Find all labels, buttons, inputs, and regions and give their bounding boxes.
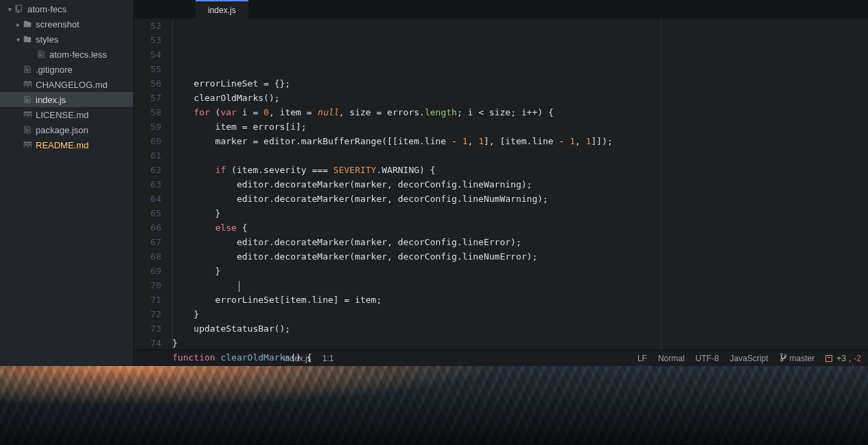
code-line[interactable]: editor.decorateMarker(marker, decorConfi… xyxy=(172,235,868,249)
line-number[interactable]: 62 xyxy=(142,163,161,177)
line-number[interactable]: 69 xyxy=(142,264,161,278)
tree-item-label: README.md xyxy=(36,140,89,150)
line-number[interactable]: 73 xyxy=(142,321,161,336)
line-number[interactable]: 68 xyxy=(142,249,161,264)
code-line[interactable]: for (var i = 0, item = null, size = erro… xyxy=(172,105,868,119)
tree-folder[interactable]: ▾styles xyxy=(0,32,133,47)
tree-file[interactable]: package.json xyxy=(0,122,133,137)
line-number[interactable]: 70 xyxy=(142,278,161,293)
chevron-down-icon: ▾ xyxy=(14,36,22,43)
line-number[interactable]: 72 xyxy=(142,307,161,321)
tree-file[interactable]: .gitignore xyxy=(0,62,133,77)
gutter[interactable]: 5253545556575859606162636465666768697071… xyxy=(134,19,168,350)
tree-file[interactable]: index.js xyxy=(0,92,133,107)
line-number[interactable]: 53 xyxy=(142,33,161,47)
tree-file[interactable]: atom-fecs.less xyxy=(0,47,133,62)
line-number[interactable]: 66 xyxy=(142,220,161,235)
code-line[interactable]: editor.decorateMarker(marker, decorConfi… xyxy=(172,177,868,192)
code-line[interactable] xyxy=(172,278,868,293)
tree-file[interactable]: README.md xyxy=(0,137,133,152)
line-number[interactable]: 54 xyxy=(142,47,161,62)
chevron-down-icon: ▾ xyxy=(5,5,14,13)
file-icon xyxy=(22,95,33,104)
tree-item-label: index.js xyxy=(36,95,66,105)
file-icon xyxy=(22,126,33,134)
code-line[interactable]: function clearOldMarks() { xyxy=(172,350,868,365)
code-content[interactable]: errorLineSet = {}; clearOldMarks(); for … xyxy=(168,19,868,350)
tree-view[interactable]: ▾ atom-fecs ▸screenshot▾stylesatom-fecs.… xyxy=(0,0,134,366)
tree-item-label: screenshot xyxy=(36,19,80,30)
tab-label: index.js xyxy=(208,5,236,15)
code-line[interactable]: else { xyxy=(172,220,868,235)
book-icon xyxy=(22,111,33,119)
tree-item-label: atom-fecs.less xyxy=(49,49,107,60)
line-number[interactable]: 58 xyxy=(142,105,161,119)
code-line[interactable]: item = errors[i]; xyxy=(172,119,868,134)
code-line[interactable]: errorLineSet = {}; xyxy=(172,76,868,91)
code-line[interactable]: } xyxy=(172,307,868,321)
git-diff-icon xyxy=(825,355,832,362)
code-line[interactable]: errorLineSet[item.line] = item; xyxy=(172,293,868,307)
tab-bar[interactable]: index.js xyxy=(134,0,868,19)
line-number[interactable]: 55 xyxy=(142,62,161,76)
code-line[interactable]: updateStatusBar(); xyxy=(172,321,868,336)
tree-item-label: LICENSE.md xyxy=(36,110,89,120)
book-icon xyxy=(22,141,33,149)
file-icon xyxy=(36,50,47,58)
tree-item-label: package.json xyxy=(36,125,89,135)
line-number[interactable]: 60 xyxy=(142,134,161,148)
line-number[interactable]: 59 xyxy=(142,119,161,134)
code-line[interactable]: editor.decorateMarker(marker, decorConfi… xyxy=(172,192,868,206)
line-number[interactable]: 57 xyxy=(142,91,161,105)
line-number[interactable]: 74 xyxy=(142,336,161,350)
line-number[interactable]: 64 xyxy=(142,192,161,206)
code-line[interactable]: } xyxy=(172,336,868,350)
tree-item-label: .gitignore xyxy=(36,65,72,75)
code-line[interactable]: marker = editor.markBufferRange([[item.l… xyxy=(172,134,868,148)
tree-file[interactable]: CHANGELOG.md xyxy=(0,77,133,92)
code-line[interactable]: if (item.severity === SEVERITY.WARNING) … xyxy=(172,163,868,177)
repo-icon xyxy=(14,5,25,13)
folder-icon xyxy=(22,20,33,28)
code-line[interactable]: } xyxy=(172,206,868,220)
line-number[interactable]: 52 xyxy=(142,19,161,33)
line-number[interactable]: 63 xyxy=(142,177,161,192)
tab-index-js[interactable]: index.js xyxy=(196,0,248,19)
line-number[interactable]: 71 xyxy=(142,293,161,307)
tree-item-label: CHANGELOG.md xyxy=(36,80,108,90)
line-number[interactable]: 67 xyxy=(142,235,161,249)
code-line[interactable] xyxy=(172,148,868,163)
line-number[interactable]: 61 xyxy=(142,148,161,163)
tree-file[interactable]: LICENSE.md xyxy=(0,107,133,122)
tree-root-label: atom-fecs xyxy=(27,4,67,14)
line-number[interactable]: 65 xyxy=(142,206,161,220)
code-line[interactable]: } xyxy=(172,264,868,278)
code-line[interactable]: clearOldMarks(); xyxy=(172,91,868,105)
desktop-wallpaper xyxy=(0,366,868,445)
text-editor[interactable]: 5253545556575859606162636465666768697071… xyxy=(134,19,868,350)
line-number[interactable]: 56 xyxy=(142,76,161,91)
folder-icon xyxy=(22,35,33,43)
file-icon xyxy=(22,65,33,73)
tree-folder[interactable]: ▸screenshot xyxy=(0,16,133,32)
code-line[interactable]: editor.decorateMarker(marker, decorConfi… xyxy=(172,249,868,264)
chevron-right-icon: ▸ xyxy=(14,21,22,28)
book-icon xyxy=(22,80,33,89)
text-cursor xyxy=(239,281,239,292)
tree-root[interactable]: ▾ atom-fecs xyxy=(0,1,133,16)
tree-item-label: styles xyxy=(36,34,58,45)
